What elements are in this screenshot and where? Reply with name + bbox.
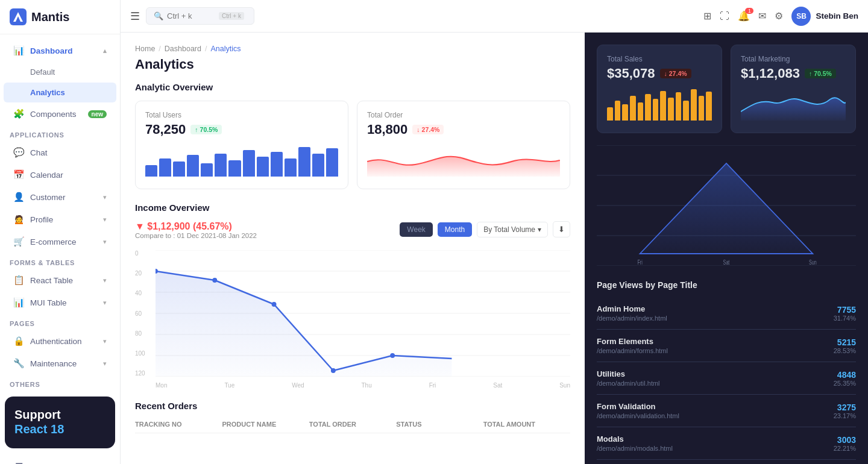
svg-text:Sun: Sun xyxy=(809,259,817,266)
week-button[interactable]: Week xyxy=(400,222,432,237)
topbar-left: ☰ 🔍 Ctrl + k xyxy=(130,7,697,25)
nav-section-applications: Applications xyxy=(0,125,120,141)
breadcrumb-dashboard[interactable]: Dashboard xyxy=(165,45,201,53)
dashboard-icon: 📊 xyxy=(13,45,24,56)
pv-left-1: Form Elements /demo/admin/forms.html xyxy=(597,337,668,354)
stat-badge-users: ↑ 70.5% xyxy=(190,125,222,134)
sidebar: Mantis 📊 Dashboard ▴ Default Analytics 🧩… xyxy=(0,0,121,464)
chevron-down-icon-7: ▾ xyxy=(103,360,107,368)
sidebar-item-react-table[interactable]: 📋 React Table ▾ xyxy=(4,269,116,291)
topbar-username: Stebin Ben xyxy=(816,11,858,20)
pv-right-1: 5215 28.53% xyxy=(834,337,856,354)
stat-cards-row: Total Users 78,250 ↑ 70.5% xyxy=(135,101,570,189)
col-total-amount: TOTAL AMOUNT xyxy=(483,421,570,428)
pv-right-3: 3275 23.17% xyxy=(834,403,856,419)
dark-income-chart-area: Fri Sat Sun xyxy=(597,145,856,268)
sidebar-item-menu-levels[interactable]: ☰ Menu Levels ▾ xyxy=(4,456,116,464)
topbar: ☰ 🔍 Ctrl + k ⊞ ⛶ 🔔 1 ✉ ⚙ SB Stebin Ben xyxy=(121,0,868,33)
stat-label-users: Total Users xyxy=(145,111,338,119)
sidebar-sub-label-default: Default xyxy=(30,67,55,77)
sidebar-item-label-chat: Chat xyxy=(30,148,48,157)
stat-badge-sales: ↓ 27.4% xyxy=(660,69,691,78)
page-view-item-1: Form Elements /demo/admin/forms.html 521… xyxy=(597,330,856,362)
components-icon: 🧩 xyxy=(13,108,24,119)
sidebar-item-default[interactable]: Default xyxy=(4,62,116,82)
search-input[interactable] xyxy=(167,11,215,20)
sidebar-item-dashboard[interactable]: 📊 Dashboard ▴ xyxy=(4,40,116,61)
settings-icon[interactable]: ⚙ xyxy=(775,10,783,22)
logo-text: Mantis xyxy=(31,10,69,24)
profile-icon: 🙍 xyxy=(13,214,24,225)
sidebar-item-authentication[interactable]: 🔒 Authentication ▾ xyxy=(4,330,116,352)
stat-label-marketing: Total Marketing xyxy=(741,55,846,63)
chevron-up-icon: ▴ xyxy=(103,47,107,55)
pv-left-4: Modals /demo/admin/modals.html xyxy=(597,434,673,452)
calendar-icon: 📅 xyxy=(13,169,24,180)
month-button[interactable]: Month xyxy=(438,222,472,237)
chart-area xyxy=(156,250,570,377)
pv-name-0: Admin Home xyxy=(597,304,667,313)
svg-text:Fri: Fri xyxy=(637,259,642,266)
mail-icon[interactable]: ✉ xyxy=(758,10,766,22)
users-bar-chart xyxy=(145,143,338,177)
ecommerce-icon: 🛒 xyxy=(13,236,24,247)
nav-section-forms: Forms & Tables xyxy=(0,253,120,269)
income-header: ▼ $1,12,900 (45.67%) Compare to : 01 Dec… xyxy=(135,221,570,248)
volume-button[interactable]: By Total Volume ▾ xyxy=(477,222,548,237)
sidebar-item-mui-table[interactable]: 📊 MUI Table ▾ xyxy=(4,292,116,313)
analytics-report-title: Analytics Report xyxy=(597,460,856,464)
menu-levels-icon: ☰ xyxy=(13,461,24,464)
nav-section-others: Others xyxy=(0,375,120,390)
svg-marker-20 xyxy=(640,163,813,254)
search-icon: 🔍 xyxy=(154,11,163,20)
bell-icon[interactable]: 🔔 1 xyxy=(738,10,750,22)
fullscreen-icon[interactable]: ⛶ xyxy=(720,11,729,22)
breadcrumb-current: Analytics xyxy=(210,45,241,53)
pv-left-3: Form Validation /demo/admin/validation.h… xyxy=(597,402,679,419)
download-button[interactable]: ⬇ xyxy=(553,221,570,237)
pv-pct-4: 22.21% xyxy=(834,445,856,452)
stat-badge-order: ↓ 27.4% xyxy=(412,125,444,134)
stat-card-order: Total Order 18,800 ↓ 27.4% xyxy=(357,101,570,189)
hamburger-icon[interactable]: ☰ xyxy=(130,10,140,23)
svg-point-11 xyxy=(212,278,217,283)
maintenance-icon: 🔧 xyxy=(13,358,24,369)
arrow-up-icon-2: ↑ xyxy=(809,70,812,77)
analytic-overview-title: Analytic Overview xyxy=(135,82,570,92)
stat-label-order: Total Order xyxy=(367,111,560,119)
chevron-down-icon-3: ▾ xyxy=(103,238,107,246)
svg-marker-9 xyxy=(156,271,451,377)
chat-icon: 💬 xyxy=(13,147,24,158)
col-tracking: TRACKING NO xyxy=(135,421,222,428)
grid-icon[interactable]: ⊞ xyxy=(703,10,711,22)
sidebar-item-analytics[interactable]: Analytics xyxy=(4,83,116,102)
sidebar-item-calendar[interactable]: 📅 Calendar xyxy=(4,164,116,186)
avatar-initials: SB xyxy=(796,12,807,20)
breadcrumb-home[interactable]: Home xyxy=(135,45,155,53)
user-avatar[interactable]: SB Stebin Ben xyxy=(791,7,858,26)
support-react-banner[interactable]: Support React 18 xyxy=(5,397,115,448)
sidebar-item-ecommerce[interactable]: 🛒 E-commerce ▾ xyxy=(4,231,116,252)
income-value: ▼ $1,12,900 (45.67%) xyxy=(135,221,257,232)
sidebar-item-components[interactable]: 🧩 Components new xyxy=(4,103,116,125)
pv-name-1: Form Elements xyxy=(597,337,668,346)
stat-value-row-marketing: $1,12,083 ↑ 70.5% xyxy=(741,66,846,81)
svg-point-12 xyxy=(272,302,277,307)
pv-url-1: /demo/admin/forms.html xyxy=(597,347,668,354)
support-line2: React 18 xyxy=(14,422,105,436)
search-bar[interactable]: 🔍 Ctrl + k xyxy=(146,7,254,25)
pv-name-4: Modals xyxy=(597,434,673,444)
dark-line-chart-svg: Fri Sat Sun xyxy=(597,145,856,266)
content-right: Total Sales $35,078 ↓ 27.4% xyxy=(585,33,868,464)
income-compare: Compare to : 01 Dec 2021-08 Jan 2022 xyxy=(135,232,257,239)
sidebar-logo: Mantis xyxy=(0,0,120,34)
arrow-down-icon-2: ↓ xyxy=(664,70,667,77)
sidebar-item-profile[interactable]: 🙍 Profile ▾ xyxy=(4,208,116,230)
logo-icon xyxy=(10,8,27,25)
page-title: Analytics xyxy=(135,57,570,72)
svg-point-13 xyxy=(331,368,336,373)
sidebar-item-chat[interactable]: 💬 Chat xyxy=(4,142,116,163)
sidebar-item-label-dashboard: Dashboard xyxy=(30,46,73,55)
sidebar-item-maintenance[interactable]: 🔧 Maintenance ▾ xyxy=(4,353,116,374)
sidebar-item-customer[interactable]: 👤 Customer ▾ xyxy=(4,186,116,208)
